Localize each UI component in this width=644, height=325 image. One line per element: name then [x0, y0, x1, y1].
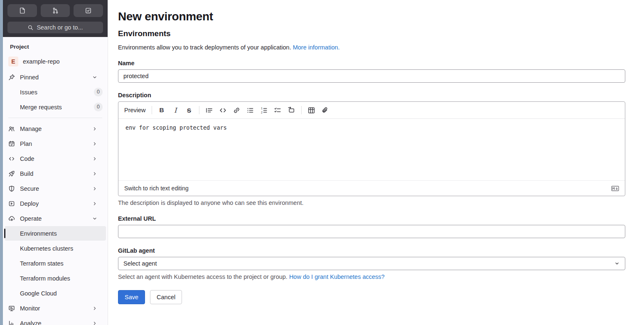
analyze-icon: [8, 320, 15, 325]
sidebar-item-google-cloud[interactable]: Google Cloud: [5, 286, 106, 300]
italic-icon[interactable]: I: [172, 106, 179, 114]
preview-tab[interactable]: Preview: [124, 107, 146, 113]
chevron-down-icon: [92, 74, 98, 80]
sidebar-item-issues[interactable]: Issues 0: [5, 85, 106, 99]
rocket-icon: [8, 170, 15, 177]
sidebar-item-label: Secure: [20, 185, 39, 192]
calendar-icon: [8, 140, 15, 147]
sidebar-item-label: Operate: [20, 215, 42, 222]
name-input[interactable]: [118, 69, 625, 83]
chevron-right-icon: [92, 320, 98, 325]
issues-count-badge: 0: [94, 88, 103, 96]
main-content: New environment Environments Environment…: [108, 0, 644, 325]
agent-select[interactable]: Select agent: [118, 257, 625, 270]
sidebar-item-terraform-states[interactable]: Terraform states: [5, 256, 106, 271]
sidebar-divider: [8, 118, 102, 118]
sidebar-item-kubernetes-clusters[interactable]: Kubernetes clusters: [5, 241, 106, 256]
sidebar-item-analyze[interactable]: Analyze: [5, 316, 106, 325]
svg-text:1: 1: [261, 107, 262, 110]
sidebar-item-label: Build: [20, 170, 33, 177]
merge-requests-count-badge: 0: [94, 103, 103, 111]
agent-helper-text: Select an agent with Kubernetes access t…: [118, 273, 288, 280]
collapsible-section-icon[interactable]: [288, 106, 295, 114]
quote-icon[interactable]: [205, 106, 213, 114]
chevron-right-icon: [92, 305, 98, 311]
chevron-right-icon: [92, 171, 98, 177]
sidebar-item-label: Merge requests: [20, 104, 62, 111]
cancel-button[interactable]: Cancel: [150, 290, 182, 304]
description-label: Description: [118, 92, 625, 98]
bold-icon[interactable]: B: [158, 106, 166, 114]
sidebar-item-label: Deploy: [20, 200, 39, 207]
save-button[interactable]: Save: [118, 290, 145, 304]
switch-rich-text-link[interactable]: Switch to rich text editing: [124, 185, 189, 192]
sidebar-item-plan[interactable]: Plan: [5, 136, 106, 151]
search-placeholder: Search or go to...: [37, 24, 83, 31]
toolbar-divider: [301, 106, 302, 114]
table-icon[interactable]: [307, 106, 315, 114]
sidebar-item-terraform-modules[interactable]: Terraform modules: [5, 271, 106, 286]
bullet-list-icon[interactable]: [246, 106, 254, 114]
sidebar-section-label: Project: [3, 37, 108, 53]
deploy-icon: [8, 200, 15, 207]
sidebar-item-code[interactable]: Code: [5, 151, 106, 166]
sidebar-item-pinned[interactable]: Pinned: [5, 70, 106, 84]
sidebar-item-secure[interactable]: Secure: [5, 181, 106, 196]
description-textarea[interactable]: env for scoping protected vars: [118, 119, 625, 180]
gitlab-agent-label: GitLab agent: [118, 247, 625, 254]
todo-icon: [85, 7, 92, 14]
environments-heading: Environments: [118, 29, 625, 38]
agent-select-value: Select agent: [123, 260, 157, 267]
merge-requests-shortcut-button[interactable]: [41, 4, 70, 17]
svg-text:2: 2: [261, 111, 262, 113]
shield-icon: [8, 185, 15, 192]
sidebar-item-label: Google Cloud: [20, 290, 57, 297]
sidebar-item-label: Issues: [20, 89, 37, 96]
sidebar-item-merge-requests[interactable]: Merge requests 0: [5, 100, 106, 114]
page-title: New environment: [118, 10, 625, 23]
sidebar-item-label: Manage: [20, 126, 42, 132]
external-url-input[interactable]: [118, 225, 625, 238]
name-label: Name: [118, 60, 625, 66]
chevron-down-icon: [614, 261, 620, 266]
sidebar-item-label: Monitor: [20, 305, 40, 312]
markdown-icon: [611, 186, 619, 191]
sidebar-item-label: Environments: [20, 230, 57, 237]
search-input[interactable]: Search or go to...: [7, 22, 103, 33]
sidebar-item-label: Terraform modules: [20, 275, 70, 282]
strikethrough-icon[interactable]: S: [185, 106, 193, 114]
project-avatar: E: [8, 57, 18, 66]
sidebar-header: Search or go to...: [3, 0, 108, 37]
window-edge-strip: [0, 0, 3, 325]
sidebar-item-environments[interactable]: Environments: [5, 226, 106, 241]
description-helper-text: The description is displayed to anyone w…: [118, 199, 625, 206]
more-information-link[interactable]: More information.: [293, 44, 340, 51]
description-editor: Preview B I S 12 env for scoping protect…: [118, 101, 625, 196]
code-icon[interactable]: [219, 106, 227, 114]
sidebar-item-label: Terraform states: [20, 260, 64, 267]
external-url-label: External URL: [118, 215, 625, 222]
chevron-right-icon: [92, 156, 98, 162]
people-icon: [8, 126, 15, 132]
link-icon[interactable]: [233, 106, 241, 114]
todo-shortcut-button[interactable]: [74, 4, 103, 17]
task-list-icon[interactable]: [274, 106, 282, 114]
issues-shortcut-button[interactable]: [7, 4, 37, 17]
sidebar-item-label: Kubernetes clusters: [20, 245, 73, 252]
chevron-down-icon: [92, 216, 98, 222]
toolbar-divider: [199, 106, 199, 114]
sidebar-item-monitor[interactable]: Monitor: [5, 301, 106, 315]
kubernetes-access-link[interactable]: How do I grant Kubernetes access?: [289, 273, 385, 280]
sidebar-item-label: Pinned: [20, 74, 39, 81]
sidebar-item-operate[interactable]: Operate: [5, 211, 106, 226]
code-icon: [8, 155, 15, 162]
sidebar-item-project[interactable]: E example-repo: [5, 54, 106, 69]
attachment-icon[interactable]: [321, 106, 329, 114]
sidebar-item-manage[interactable]: Manage: [5, 121, 106, 136]
numbered-list-icon[interactable]: 12: [260, 106, 268, 114]
sidebar-item-build[interactable]: Build: [5, 166, 106, 181]
sidebar-item-label: Analyze: [20, 320, 42, 325]
chevron-right-icon: [92, 141, 98, 147]
merge-request-icon: [52, 7, 59, 14]
sidebar-item-deploy[interactable]: Deploy: [5, 196, 106, 211]
